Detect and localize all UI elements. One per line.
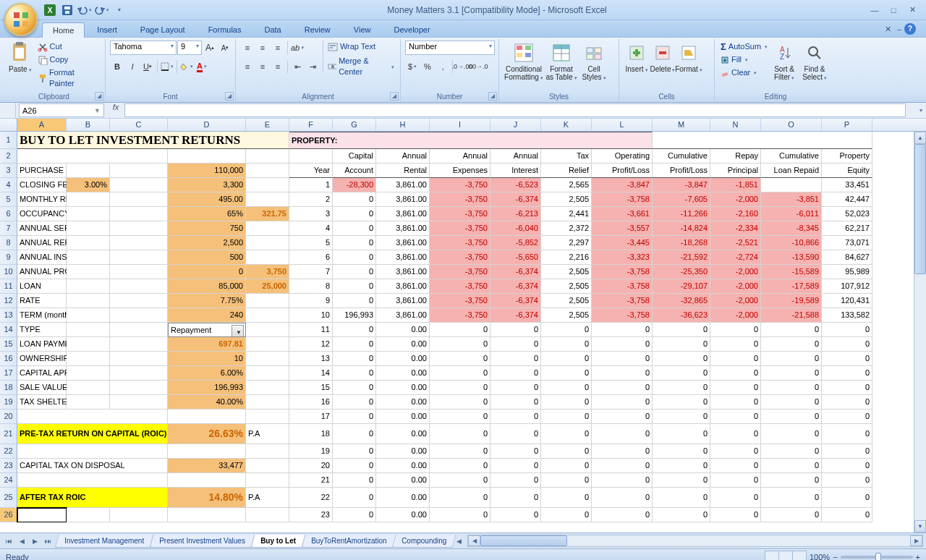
cell[interactable] <box>110 279 168 294</box>
input-value[interactable]: 500 <box>168 250 246 265</box>
cell[interactable] <box>110 236 168 250</box>
year-cell[interactable]: 6 <box>289 250 333 265</box>
input-value[interactable]: 196,993 <box>168 381 246 395</box>
repay-principal[interactable]: 0 <box>710 410 761 424</box>
cumulative-pl[interactable]: -29,107 <box>653 279 710 294</box>
annual-rental[interactable]: 0.00 <box>376 395 430 410</box>
cumulative-pl[interactable]: 0 <box>653 488 710 508</box>
capital-account[interactable]: 0 <box>333 395 376 410</box>
input-extra[interactable] <box>246 192 289 207</box>
year-cell[interactable]: 19 <box>289 444 333 459</box>
comma-button[interactable]: , <box>436 59 450 74</box>
year-cell[interactable]: 3 <box>289 207 333 221</box>
capital-account[interactable]: 0 <box>333 236 376 250</box>
column-header-H[interactable]: H <box>376 119 430 131</box>
annual-rental[interactable]: 3,861.00 <box>376 236 430 250</box>
operating-pl[interactable]: -3,445 <box>592 236 653 250</box>
operating-pl[interactable]: -3,758 <box>592 294 653 308</box>
year-cell[interactable]: 4 <box>289 221 333 236</box>
roic-label[interactable] <box>17 444 168 459</box>
roic-label[interactable] <box>17 473 168 488</box>
cumulative-pl[interactable]: 0 <box>653 410 710 424</box>
close-button[interactable]: ✕ <box>904 4 920 16</box>
input-label[interactable]: SALE VALUE <box>17 381 67 395</box>
repay-principal[interactable]: -2,521 <box>710 236 761 250</box>
capital-account[interactable]: 0 <box>333 488 376 508</box>
find-select-button[interactable]: Find & Select <box>799 41 830 83</box>
cumulative-repaid[interactable]: -8,345 <box>761 221 822 236</box>
input-value[interactable]: 110,000 <box>168 164 246 178</box>
office-button[interactable] <box>4 3 38 36</box>
row-header-4[interactable]: 4 <box>0 178 17 192</box>
input-extra[interactable] <box>246 395 289 410</box>
annual-expenses[interactable]: 0 <box>430 444 490 459</box>
cell[interactable] <box>110 192 168 207</box>
minimize-button[interactable]: — <box>867 4 883 16</box>
format-as-table-button[interactable]: Format as Table <box>544 41 579 83</box>
table-header[interactable]: Annual <box>376 149 430 164</box>
roic-unit[interactable] <box>246 410 289 424</box>
table-header[interactable]: Repay <box>710 149 761 164</box>
property-equity[interactable]: 42,447 <box>822 192 872 207</box>
repay-principal[interactable]: 0 <box>710 508 761 522</box>
conditional-formatting-button[interactable]: Conditional Formatting <box>504 41 544 83</box>
tab-last-icon[interactable]: ⏭ <box>42 535 54 547</box>
operating-pl[interactable]: -3,557 <box>592 221 653 236</box>
capital-account[interactable]: 0 <box>333 192 376 207</box>
year-cell[interactable]: 9 <box>289 294 333 308</box>
annual-interest[interactable]: 0 <box>490 424 541 444</box>
cell[interactable] <box>110 337 168 352</box>
row-header-5[interactable]: 5 <box>0 192 17 207</box>
cumulative-repaid[interactable]: 0 <box>761 352 822 366</box>
input-value[interactable]: 40.00% <box>168 395 246 410</box>
annual-expenses[interactable]: 0 <box>430 473 490 488</box>
cell-styles-button[interactable]: Cell Styles <box>579 41 609 83</box>
capital-account[interactable]: 0 <box>333 459 376 473</box>
cell[interactable] <box>110 508 168 522</box>
alignment-launcher-icon[interactable]: ◢ <box>390 92 399 101</box>
align-top-button[interactable]: ≡ <box>240 41 255 55</box>
property-equity[interactable]: 0 <box>822 337 872 352</box>
tax-relief[interactable]: 2,297 <box>541 236 592 250</box>
annual-rental[interactable]: 3,861.00 <box>376 192 430 207</box>
row-header-9[interactable]: 9 <box>0 250 17 265</box>
repay-principal[interactable]: 0 <box>710 352 761 366</box>
cumulative-repaid[interactable]: 0 <box>761 508 822 522</box>
capital-account[interactable]: 196,993 <box>333 308 376 323</box>
input-extra[interactable] <box>246 236 289 250</box>
row-header-23[interactable]: 23 <box>0 459 17 473</box>
cumulative-repaid[interactable]: 0 <box>761 488 822 508</box>
property-equity[interactable]: 0 <box>822 508 872 522</box>
sheet-tab-buy-to-let[interactable]: Buy to Let <box>250 535 305 548</box>
cumulative-pl[interactable]: -36,623 <box>653 308 710 323</box>
cumulative-repaid[interactable]: -3,851 <box>761 192 822 207</box>
cumulative-repaid[interactable]: -15,589 <box>761 265 822 279</box>
capital-account[interactable]: 0 <box>333 337 376 352</box>
cumulative-repaid[interactable]: 0 <box>761 444 822 459</box>
shrink-font-button[interactable]: A▾ <box>218 41 232 55</box>
annual-rental[interactable]: 3,861.00 <box>376 308 430 323</box>
scroll-up-icon[interactable]: ▲ <box>914 132 926 144</box>
row-header-25[interactable]: 25 <box>0 488 17 508</box>
cumulative-repaid[interactable]: 0 <box>761 366 822 381</box>
font-launcher-icon[interactable]: ◢ <box>225 92 234 101</box>
align-right-button[interactable]: ≡ <box>271 59 285 74</box>
annual-rental[interactable]: 3,861.00 <box>376 178 430 192</box>
column-header-G[interactable]: G <box>333 119 376 131</box>
input-value[interactable]: 750 <box>168 221 246 236</box>
title-cell[interactable]: BUY TO LET INVESTMENT RETURNS <box>17 132 289 149</box>
cumulative-repaid[interactable]: 0 <box>761 410 822 424</box>
property-label[interactable]: PROPERTY: <box>289 132 653 149</box>
cell[interactable] <box>110 366 168 381</box>
row-header-1[interactable]: 1 <box>0 132 17 149</box>
cell[interactable] <box>67 508 110 522</box>
row-header-15[interactable]: 15 <box>0 337 17 352</box>
input-label[interactable]: LOAN PAYMENT <box>17 337 67 352</box>
accounting-format-button[interactable]: $ <box>405 59 420 74</box>
increase-indent-button[interactable]: ⇥ <box>305 59 320 74</box>
annual-interest[interactable]: -6,523 <box>490 178 541 192</box>
row-header-3[interactable]: 3 <box>0 164 17 178</box>
roic-label[interactable] <box>17 410 168 424</box>
input-aux[interactable] <box>67 294 110 308</box>
delete-cells-button[interactable]: Delete <box>650 41 676 75</box>
